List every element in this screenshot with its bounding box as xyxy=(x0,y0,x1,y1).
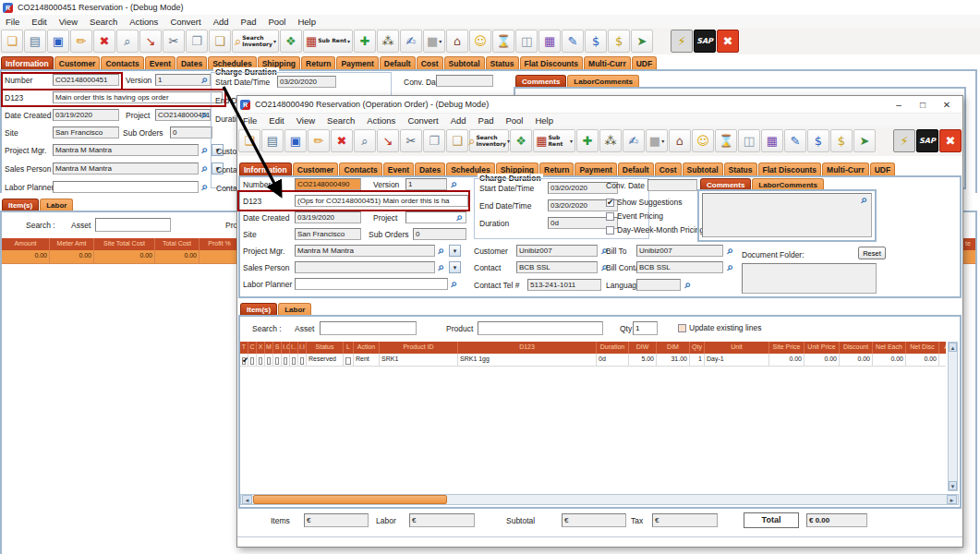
row-checkbox[interactable] xyxy=(250,357,254,365)
spheres-group-icon[interactable]: ⁂ xyxy=(599,129,622,152)
column-header[interactable]: Product ID xyxy=(380,342,458,354)
bg-asset-input[interactable] xyxy=(95,218,171,232)
qty-input[interactable] xyxy=(633,321,658,335)
date-created-field[interactable]: 03/19/2020 xyxy=(295,211,361,223)
add-plusminus-icon[interactable]: ✚ xyxy=(354,30,376,53)
building-org-icon[interactable]: ⌂ xyxy=(669,129,691,152)
contact-tel-field[interactable]: 513-241-1011 xyxy=(527,279,601,291)
notepad-pencil-icon[interactable]: ✎ xyxy=(784,129,806,152)
chevron-down-icon[interactable]: ▼ xyxy=(449,261,461,273)
print-icon[interactable]: ▤ xyxy=(261,129,284,152)
find-binoculars-icon[interactable]: ⌕ xyxy=(116,30,139,53)
column-header[interactable]: Site Price xyxy=(769,342,805,354)
lightning-icon[interactable]: ⚡ xyxy=(893,129,915,152)
column-header[interactable]: I.C xyxy=(282,342,290,354)
delete-icon[interactable]: ✖ xyxy=(331,129,353,152)
menu-item[interactable]: Pad xyxy=(241,17,257,27)
menu-item[interactable]: File xyxy=(243,115,257,126)
menu-item[interactable]: Help xyxy=(297,17,316,27)
bg-d123-field[interactable]: Main order this is having ops order xyxy=(53,91,223,103)
tab[interactable]: Flat Discounts xyxy=(758,163,822,175)
smiley-icon[interactable]: ☺ xyxy=(692,129,714,152)
truck-icon[interactable]: ➤ xyxy=(631,30,653,53)
contact-field[interactable]: BCB SSL xyxy=(516,261,598,273)
version-field[interactable]: 1 xyxy=(405,178,447,190)
sub-orders-field[interactable]: 0 xyxy=(413,228,466,240)
labor-planner-field[interactable] xyxy=(295,278,448,290)
tab[interactable]: Contacts xyxy=(339,163,381,175)
copy-icon[interactable]: ❐ xyxy=(186,30,208,53)
site-field[interactable]: San Francisco xyxy=(295,228,361,240)
write-note-icon[interactable]: ✍ xyxy=(400,30,422,53)
paste-icon[interactable]: ❑ xyxy=(446,129,468,152)
search-icon[interactable]: ⌕ xyxy=(199,163,211,175)
search-icon[interactable]: ⌕ xyxy=(199,109,211,121)
column-header[interactable]: Unit xyxy=(705,342,769,354)
vertical-scrollbar[interactable]: ▲ ▼ xyxy=(948,342,958,491)
row-checkbox[interactable] xyxy=(242,357,246,365)
lightning-icon[interactable]: ⚡ xyxy=(671,30,693,53)
menu-item[interactable]: Help xyxy=(535,115,553,126)
menu-item[interactable]: Pool xyxy=(505,115,523,126)
edit-pencil-icon[interactable]: ✏ xyxy=(308,129,330,152)
cut-icon[interactable]: ✂ xyxy=(400,129,422,152)
row-checkbox[interactable] xyxy=(345,357,351,365)
tab[interactable]: Payment xyxy=(575,163,616,175)
tab[interactable]: Flat Discounts xyxy=(520,56,584,69)
menu-item[interactable]: File xyxy=(6,17,19,27)
tab[interactable]: Comments xyxy=(515,75,566,87)
search-icon[interactable]: ⌕ xyxy=(454,211,466,223)
column-header[interactable]: DIW xyxy=(629,342,657,354)
scroll-right-icon[interactable]: ► xyxy=(947,495,957,504)
column-header[interactable]: Amount xyxy=(2,238,50,250)
checkbox[interactable]: Day-Week-Month Pricing xyxy=(606,225,704,235)
find-binoculars-icon[interactable]: ⌕ xyxy=(354,129,376,152)
horizontal-scrollbar[interactable]: ◄ ► xyxy=(240,494,959,505)
row-checkbox[interactable] xyxy=(267,357,271,365)
language-field[interactable] xyxy=(636,279,681,291)
tab[interactable]: Return xyxy=(301,56,335,69)
tab[interactable]: UDF xyxy=(632,56,657,69)
spheres-group-icon[interactable]: ⁂ xyxy=(377,30,399,53)
tab[interactable]: Customer xyxy=(54,56,101,69)
column-header[interactable]: D123 xyxy=(458,342,597,354)
menu-item[interactable]: Actions xyxy=(367,115,395,126)
tab[interactable]: Subtotal xyxy=(683,163,723,175)
column-header[interactable]: Meter Amt xyxy=(50,238,94,250)
scrollbar-thumb[interactable] xyxy=(253,495,447,504)
tab[interactable]: Status xyxy=(724,163,757,175)
search-icon[interactable]: ⌕ xyxy=(435,245,447,257)
bill-to-field[interactable]: Unibiz007 xyxy=(636,245,723,257)
checkbox[interactable]: Show Suggestions xyxy=(606,198,682,207)
bg-sales-person-field[interactable]: Mantra M Mantra xyxy=(53,163,199,175)
tab[interactable]: Cost xyxy=(655,163,682,175)
search-icon[interactable]: ⌕ xyxy=(199,74,211,86)
tab[interactable]: Item(s) xyxy=(240,303,277,315)
column-header[interactable]: Unit Price xyxy=(805,342,840,354)
write-note-icon[interactable]: ✍ xyxy=(623,129,645,152)
customer-field[interactable]: Unibiz007 xyxy=(516,245,598,257)
bg-start-date-field[interactable]: 03/20/2020 xyxy=(277,76,336,88)
bg-date-created-field[interactable]: 03/19/2020 xyxy=(53,109,119,121)
bg-labor-planner-field[interactable] xyxy=(53,181,199,193)
new-document-icon[interactable]: ❏ xyxy=(238,129,260,152)
print-icon[interactable]: ▤ xyxy=(24,30,46,53)
tab[interactable]: Labor xyxy=(40,199,73,211)
tab[interactable]: LaborComments xyxy=(567,75,639,87)
column-header[interactable]: I.I xyxy=(298,342,307,354)
column-header[interactable]: I.. xyxy=(290,342,298,354)
column-header[interactable]: X xyxy=(257,342,265,354)
sap-icon[interactable]: SAP xyxy=(916,129,938,152)
tab[interactable]: Event xyxy=(383,163,414,175)
close-button[interactable]: ✕ xyxy=(935,98,959,113)
column-header[interactable]: M xyxy=(265,342,273,354)
sub-rent-button[interactable]: ▦ Sub Rent ▾ xyxy=(533,129,575,152)
building-org-icon[interactable]: ⌂ xyxy=(446,30,468,53)
bg-site-field[interactable]: San Francisco xyxy=(53,126,119,138)
tab[interactable]: Labor xyxy=(278,303,311,315)
mouse-button-icon[interactable]: ◫ xyxy=(738,129,760,152)
column-header[interactable]: Net Each xyxy=(873,342,906,354)
menu-item[interactable]: Convert xyxy=(407,115,438,126)
search-icon[interactable]: ⌕ xyxy=(448,178,460,190)
column-header[interactable]: Duration xyxy=(597,342,629,354)
